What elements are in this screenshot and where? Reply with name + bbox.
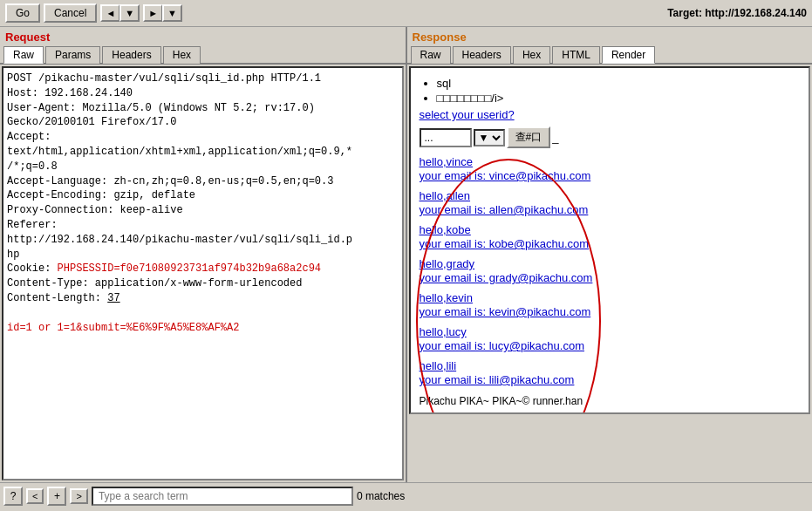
request-body-container[interactable]: POST /pikachu-master/vul/sqli/sqli_id.ph…: [2, 66, 404, 480]
back-dropdown-button[interactable]: ▼: [119, 4, 140, 22]
request-tabs: Raw Params Headers Hex: [0, 45, 406, 65]
list-item-box: □□□□□□□□/i>: [437, 92, 801, 105]
tab-request-raw[interactable]: Raw: [3, 46, 44, 64]
user-kobe-hello[interactable]: hello,kobe: [420, 223, 801, 236]
tab-request-hex[interactable]: Hex: [163, 46, 201, 64]
user-allen: hello,allen your email is: allen@pikachu…: [420, 189, 801, 216]
users-container: hello,vince your email is: vince@pikachu…: [420, 155, 801, 386]
user-allen-hello[interactable]: hello,allen: [420, 189, 801, 202]
userid-input-group: ▼ 查#口 _: [420, 126, 801, 148]
user-kevin-email[interactable]: your email is: kevin@pikachu.com: [420, 305, 801, 318]
userid-select[interactable]: ▼: [474, 129, 505, 146]
tab-response-raw[interactable]: Raw: [411, 46, 451, 64]
prev-button[interactable]: <: [26, 488, 44, 504]
tab-response-render[interactable]: Render: [602, 46, 655, 64]
response-pane: Response Raw Headers Hex HTML Render sql…: [407, 27, 813, 482]
user-vince: hello,vince your email is: vince@pikachu…: [420, 155, 801, 182]
tab-response-hex[interactable]: Hex: [513, 46, 550, 64]
user-kobe-email[interactable]: your email is: kobe@pikachu.com: [420, 237, 801, 250]
list-item-sql: sql: [437, 77, 801, 90]
response-footer: Pikachu PIKA~ PIKA~© runner.han: [420, 395, 801, 407]
user-kevin: hello,kevin your email is: kevin@pikachu…: [420, 291, 801, 318]
help-button[interactable]: ?: [3, 487, 23, 506]
response-tabs: Raw Headers Hex HTML Render: [407, 45, 813, 65]
user-lili: hello,lili your email is: lili@pikachu.c…: [420, 359, 801, 386]
payload: id=1 or 1=1&submit=%E6%9F%A5%E8%AF%A2: [7, 322, 239, 334]
tab-response-html[interactable]: HTML: [552, 46, 600, 64]
forward-dropdown-button[interactable]: ▼: [162, 4, 182, 22]
forward-nav-group: ► ▼: [143, 4, 182, 22]
match-count: 0 matches: [357, 490, 405, 502]
response-content: sql □□□□□□□□/i> select your userid? ▼ 查#…: [409, 66, 811, 414]
user-grady: hello,grady your email is: grady@pikachu…: [420, 257, 801, 284]
main-container: Request Raw Params Headers Hex POST /pik…: [0, 27, 812, 482]
user-lili-hello[interactable]: hello,lili: [420, 359, 801, 372]
tab-response-headers[interactable]: Headers: [453, 46, 511, 64]
forward-button[interactable]: ►: [143, 4, 162, 22]
user-vince-hello[interactable]: hello,vince: [420, 155, 801, 168]
back-nav-group: ◄ ▼: [100, 4, 140, 22]
user-lucy-email[interactable]: your email is: lucy@pikachu.com: [420, 339, 801, 352]
response-inner[interactable]: sql □□□□□□□□/i> select your userid? ▼ 查#…: [407, 65, 813, 482]
search-input[interactable]: [92, 487, 353, 506]
back-button[interactable]: ◄: [100, 4, 119, 22]
go-button[interactable]: Go: [5, 3, 40, 23]
response-list: sql □□□□□□□□/i>: [420, 77, 801, 105]
target-label: Target: http://192.168.24.140: [667, 7, 807, 19]
user-lucy-hello[interactable]: hello,lucy: [420, 325, 801, 338]
cancel-button[interactable]: Cancel: [44, 3, 97, 23]
cursor-indicator: _: [552, 131, 558, 144]
response-title: Response: [407, 27, 813, 45]
content-length: 37: [107, 292, 119, 304]
request-title: Request: [0, 27, 406, 45]
tab-request-params[interactable]: Params: [45, 46, 100, 64]
select-userid-link[interactable]: select your userid?: [420, 108, 801, 121]
userid-input[interactable]: [420, 128, 472, 147]
user-kobe: hello,kobe your email is: kobe@pikachu.c…: [420, 223, 801, 250]
tab-request-headers[interactable]: Headers: [102, 46, 160, 64]
request-body: POST /pikachu-master/vul/sqli/sqli_id.ph…: [3, 68, 402, 338]
request-pane: Request Raw Params Headers Hex POST /pik…: [0, 27, 407, 482]
add-button[interactable]: +: [47, 487, 66, 506]
cookie-value: PHPSESSID=f0e71080923731af974b32b9a68a2c…: [58, 262, 321, 275]
user-lucy: hello,lucy your email is: lucy@pikachu.c…: [420, 325, 801, 352]
user-grady-hello[interactable]: hello,grady: [420, 257, 801, 270]
user-kevin-hello[interactable]: hello,kevin: [420, 291, 801, 304]
user-lili-email[interactable]: your email is: lili@pikachu.com: [420, 373, 801, 386]
bottom-bar: ? < + > 0 matches: [0, 482, 812, 508]
userid-submit-button[interactable]: 查#口: [507, 126, 551, 148]
user-allen-email[interactable]: your email is: allen@pikachu.com: [420, 203, 801, 216]
response-wrapper: sql □□□□□□□□/i> select your userid? ▼ 查#…: [407, 65, 813, 482]
toolbar: Go Cancel ◄ ▼ ► ▼ Target: http://192.168…: [0, 0, 812, 27]
user-vince-email[interactable]: your email is: vince@pikachu.com: [420, 169, 801, 182]
user-grady-email[interactable]: your email is: grady@pikachu.com: [420, 271, 801, 284]
next-button[interactable]: >: [70, 488, 87, 504]
